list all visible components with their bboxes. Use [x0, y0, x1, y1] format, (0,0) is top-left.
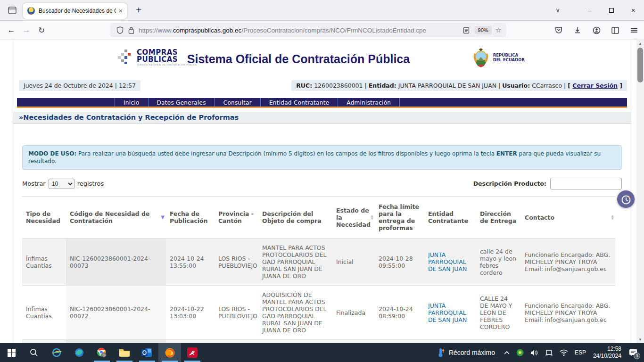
entidad-contratante-link[interactable]: JUNTA PARROQUIAL DE SAN JUAN — [428, 251, 467, 272]
sort-icon[interactable]: ▲▼ — [611, 214, 614, 220]
column-header-direccion[interactable]: Dirección de Entrega — [476, 197, 521, 239]
cell-direccion: calle 24 de mayo y leon febres cordero — [476, 239, 521, 286]
tracking-shield-icon[interactable] — [116, 26, 124, 34]
cell-estado: Finalizada — [332, 340, 375, 344]
necesidades-table: Tipo de NecesidadCódigo de Necesidad de … — [22, 196, 615, 343]
chrome-icon[interactable]: G — [91, 343, 113, 362]
url-text: https://www.compraspublicas.gob.ec/Proce… — [139, 27, 461, 34]
cell-tipo: Ínfimas Cuantías — [22, 239, 66, 286]
scroll-up-arrow-icon[interactable]: ▲ — [636, 40, 644, 47]
column-header-provincia[interactable]: Provincia - Cantón — [215, 197, 258, 239]
menu-item-inicio[interactable]: Inicio — [115, 98, 148, 107]
outlook-icon[interactable] — [136, 343, 158, 362]
internet-explorer-icon[interactable] — [45, 343, 68, 362]
taskbar-search-icon[interactable] — [23, 343, 45, 362]
product-description-input[interactable] — [550, 178, 622, 189]
pocket-icon[interactable] — [552, 23, 566, 37]
usage-info-box: MODO DE USO: Para realizar una búsqueda … — [22, 145, 622, 170]
column-header-entidad[interactable]: Entidad Contratante — [424, 197, 476, 239]
tab-title: Buscador de Necesidades de Co... — [39, 8, 116, 14]
cell-fecha_limite: 2024-10-23 10:36:00 — [375, 340, 424, 344]
clock-date: 24/10/2024 — [593, 353, 621, 360]
column-header-codigo[interactable]: Código de Necesidad de Contratación▼ — [66, 197, 166, 239]
account-icon[interactable] — [589, 23, 603, 37]
cell-contacto: Funcionario Encargado: ABG. MICHELLY PIN… — [521, 340, 615, 344]
menu-item-entidad-contratante[interactable]: Entidad Contratante — [260, 98, 338, 107]
republica-del-ecuador-logo: REPÚBLICADEL ECUADOR — [471, 47, 525, 68]
cell-entidad: JUNTA PARROQUIAL DE SAN JUAN — [424, 286, 476, 340]
downloads-icon[interactable] — [570, 23, 585, 37]
column-header-descripcion[interactable]: Descripción del Objeto de compra — [258, 197, 332, 239]
menu-item-consultar[interactable]: Consultar — [215, 98, 260, 107]
cell-tipo: Ínfimas Cuantías — [22, 286, 66, 340]
sort-icon[interactable]: ▲▼ — [371, 214, 373, 220]
cell-provincia: LOS RIOS - PUEBLOVIEJO — [215, 340, 258, 344]
wifi-icon[interactable] — [556, 343, 571, 362]
show-label: Mostrar — [22, 180, 46, 187]
acrobat-icon[interactable] — [181, 343, 204, 362]
column-header-fecha_pub[interactable]: Fecha de Publicación — [166, 197, 215, 239]
column-header-fecha_limite[interactable]: Fecha límite para la entrega de proforma… — [375, 197, 424, 239]
vertical-scrollbar[interactable]: ▲ ▼ — [636, 40, 644, 343]
browser-tab[interactable]: Buscador de Necesidades de Co... × — [23, 3, 127, 19]
thermometer-icon — [438, 348, 445, 357]
language-indicator[interactable]: ESP — [571, 343, 589, 362]
browser-tab-bar: Buscador de Necesidades de Co... × + ∨ –… — [0, 0, 644, 21]
file-explorer-icon[interactable] — [113, 343, 136, 362]
entidad-contratante-link[interactable]: JUNTA PARROQUIAL DE SAN JUAN — [428, 302, 467, 323]
cell-contacto: Funcionario Encargado: ABG. MICHELLY PIN… — [521, 239, 615, 286]
volume-icon[interactable] — [527, 343, 542, 362]
notification-badge: 3 — [634, 353, 640, 359]
taskbar-weather-widget[interactable]: Récord máximo — [432, 348, 501, 357]
list-tabs-chevron-icon[interactable]: ∨ — [555, 7, 560, 14]
main-menu: Inicio Datos Generales Consultar Entidad… — [17, 98, 627, 108]
menu-icon[interactable] — [627, 23, 641, 37]
records-per-page-select[interactable]: 10 — [49, 179, 74, 189]
cast-screen-icon[interactable] — [542, 343, 556, 362]
sort-descending-icon[interactable]: ▼ — [161, 215, 165, 220]
cell-fecha_limite: 2024-10-28 09:55:00 — [375, 239, 424, 286]
screen-timer-overlay-button[interactable] — [617, 190, 635, 208]
taskbar-clock[interactable]: 12:58 24/10/2024 — [589, 346, 625, 360]
section-title: »Necesidades de Contratación y Recepción… — [13, 112, 631, 124]
column-header-contacto[interactable]: Contacto▲▼ — [521, 197, 615, 239]
window-maximize-button[interactable] — [601, 0, 622, 21]
url-bar[interactable]: https://www.compraspublicas.gob.ec/Proce… — [110, 23, 506, 37]
cell-descripcion: MANTEL PARA ACTOS PROTOCOLARIOS DEL GAD … — [258, 239, 332, 286]
menu-item-datos-generales[interactable]: Datos Generales — [148, 98, 215, 107]
antivirus-tray-icon[interactable] — [513, 343, 527, 362]
forward-button[interactable]: → — [19, 23, 34, 37]
product-description-label: Descripción Producto: — [473, 180, 546, 187]
firefox-view-icon[interactable] — [6, 5, 19, 16]
edge-icon[interactable] — [68, 343, 91, 362]
cell-entidad: JUNTA PARROQUIAL DE SAN JUAN — [424, 340, 476, 344]
notification-center-icon[interactable]: 3 — [625, 343, 644, 362]
back-button[interactable]: ← — [4, 23, 19, 37]
reload-button[interactable]: ↻ — [34, 23, 49, 37]
cell-codigo: NIC-1260023860001-2024-00073 — [66, 239, 166, 286]
zoom-level-button[interactable]: 90% — [475, 26, 492, 34]
tab-close-icon[interactable]: × — [119, 7, 123, 15]
window-close-button[interactable]: × — [622, 0, 644, 21]
new-tab-button[interactable]: + — [132, 4, 145, 17]
records-label: registros — [77, 180, 104, 187]
logout-link[interactable]: Cerrar Sesión — [572, 82, 618, 89]
table-controls: Mostrar 10 registros Descripción Product… — [22, 178, 622, 189]
start-button[interactable] — [0, 343, 23, 362]
reader-mode-icon[interactable] — [463, 27, 470, 34]
window-minimize-button[interactable]: – — [579, 0, 601, 21]
lock-icon[interactable] — [128, 27, 134, 34]
menu-item-administracion[interactable]: Administración — [338, 98, 400, 107]
column-header-tipo[interactable]: Tipo de Necesidad — [22, 197, 66, 239]
weather-label: Récord máximo — [449, 349, 495, 356]
sidebars-icon[interactable] — [608, 23, 622, 37]
scroll-down-arrow-icon[interactable]: ▼ — [636, 336, 644, 343]
column-header-estado[interactable]: Estado de la Necesidad▲▼ — [332, 197, 375, 239]
cell-estado: Finalizada — [332, 286, 375, 340]
bookmark-star-icon[interactable]: ☆ — [495, 26, 502, 34]
tray-chevron-icon[interactable] — [501, 343, 513, 362]
scrollbar-thumb[interactable] — [637, 48, 643, 82]
session-info-box: RUC: 1260023860001 | Entidad: JUNTA PARR… — [291, 80, 627, 91]
cell-provincia: LOS RIOS - PUEBLOVIEJO — [215, 239, 258, 286]
firefox-icon[interactable] — [158, 343, 181, 362]
